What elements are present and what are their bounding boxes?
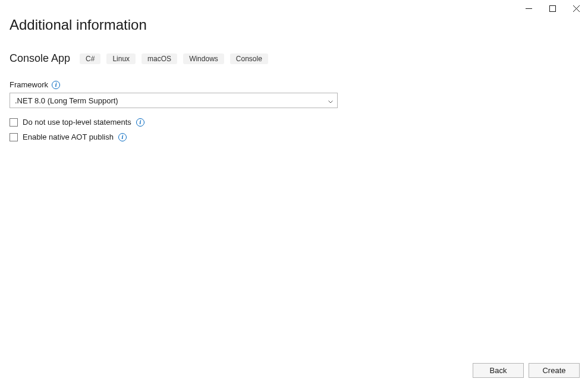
create-button[interactable]: Create — [529, 363, 580, 378]
window-controls — [517, 0, 588, 17]
info-icon[interactable]: i — [118, 133, 127, 141]
tag-windows: Windows — [183, 53, 224, 64]
top-level-statements-checkbox[interactable] — [10, 118, 18, 127]
framework-selected-value: .NET 8.0 (Long Term Support) — [15, 96, 118, 105]
footer-buttons: Back Create — [473, 363, 580, 378]
tag-csharp: C# — [80, 53, 100, 64]
framework-dropdown[interactable]: .NET 8.0 (Long Term Support) — [10, 93, 338, 108]
top-level-statements-label: Do not use top-level statements — [23, 118, 131, 127]
subtitle-row: Console App C# Linux macOS Windows Conso… — [10, 52, 578, 65]
tag-linux: Linux — [106, 53, 136, 64]
info-icon[interactable]: i — [52, 81, 60, 89]
top-level-statements-row: Do not use top-level statements i — [10, 118, 578, 127]
content-area: Additional information Console App C# Li… — [0, 0, 588, 141]
info-icon[interactable]: i — [136, 118, 144, 127]
framework-label-row: Framework i — [10, 80, 578, 89]
close-icon — [573, 5, 580, 12]
maximize-button[interactable] — [540, 0, 564, 17]
tag-macos: macOS — [142, 53, 177, 64]
close-button[interactable] — [564, 0, 588, 17]
project-type-title: Console App — [10, 52, 70, 65]
minimize-icon — [526, 5, 532, 12]
page-title: Additional information — [10, 17, 578, 33]
framework-dropdown-field[interactable]: .NET 8.0 (Long Term Support) — [10, 93, 338, 108]
native-aot-row: Enable native AOT publish i — [10, 132, 578, 141]
tag-console: Console — [230, 53, 268, 64]
framework-label: Framework — [10, 80, 48, 89]
minimize-button[interactable] — [517, 0, 540, 17]
native-aot-checkbox[interactable] — [10, 133, 18, 141]
svg-rect-1 — [549, 5, 555, 11]
maximize-icon — [549, 5, 556, 12]
native-aot-label: Enable native AOT publish — [23, 132, 114, 141]
back-button[interactable]: Back — [473, 363, 524, 378]
